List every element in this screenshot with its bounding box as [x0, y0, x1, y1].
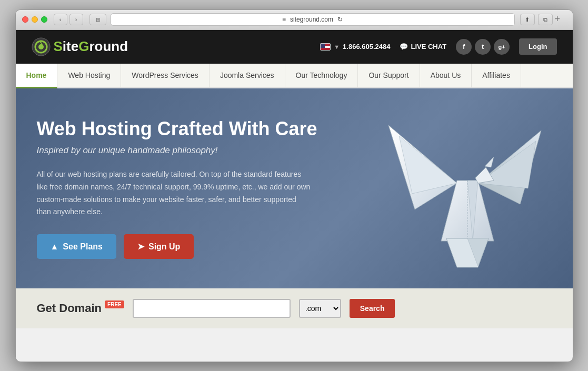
live-chat-button[interactable]: 💬 LIVE CHAT: [400, 43, 446, 51]
back-button[interactable]: ‹: [54, 14, 67, 25]
site-content: SiteGround ▼ 1.866.605.2484 💬 LIVE CHAT …: [16, 30, 573, 362]
hero-buttons: ▲ See Plans ➤ Sign Up: [37, 234, 342, 259]
nav-item-web-hosting[interactable]: Web Hosting: [57, 64, 121, 87]
hero-content: Web Hosting Crafted With Care Inspired b…: [37, 117, 342, 259]
browser-nav: ‹ ›: [54, 14, 83, 25]
browser-window: ‹ › ⊞ ≡ siteground.com ↻ ⬆ ⧉ +: [15, 9, 573, 362]
plans-icon: ▲: [51, 242, 59, 252]
nav-item-home[interactable]: Home: [16, 64, 58, 88]
logo[interactable]: SiteGround: [32, 37, 128, 56]
twitter-button[interactable]: t: [475, 39, 491, 55]
hero-section: Web Hosting Crafted With Care Inspired b…: [16, 88, 573, 288]
dropdown-arrow[interactable]: ▼: [334, 44, 340, 50]
share-button[interactable]: ⬆: [520, 14, 535, 25]
hero-image: [373, 99, 552, 278]
site-nav: Home Web Hosting WordPress Services Joom…: [16, 64, 573, 88]
flag-phone: ▼ 1.866.605.2484: [320, 43, 390, 51]
svg-marker-12: [485, 157, 494, 167]
domain-search-button[interactable]: Search: [350, 299, 395, 318]
header-right: ▼ 1.866.605.2484 💬 LIVE CHAT f t g+ Logi…: [320, 38, 556, 55]
browser-actions: ⬆ ⧉: [520, 14, 553, 25]
forward-button[interactable]: ›: [69, 14, 83, 25]
domain-section: Get Domain FREE .com .net .org Search: [16, 288, 573, 328]
hero-description: All of our web hosting plans are careful…: [37, 168, 311, 218]
nav-item-wordpress[interactable]: WordPress Services: [121, 64, 210, 87]
domain-label-text: Get Domain: [37, 302, 102, 315]
dot-green[interactable]: [41, 16, 47, 23]
tab-button[interactable]: ⧉: [538, 14, 553, 25]
dot-yellow[interactable]: [32, 16, 38, 23]
reload-icon[interactable]: ↻: [337, 16, 343, 23]
nav-item-technology[interactable]: Our Technology: [285, 64, 358, 87]
browser-dots: [22, 16, 47, 23]
flag-icon: [320, 43, 331, 51]
signup-icon: ➤: [137, 242, 144, 252]
facebook-button[interactable]: f: [456, 39, 472, 55]
domain-input[interactable]: [133, 299, 291, 318]
sign-up-button[interactable]: ➤ Sign Up: [124, 234, 194, 259]
nav-item-support[interactable]: Our Support: [358, 64, 420, 87]
dot-red[interactable]: [22, 16, 28, 23]
see-plans-button[interactable]: ▲ See Plans: [37, 234, 116, 259]
logo-text: SiteGround: [54, 38, 128, 55]
chat-icon: 💬: [400, 43, 408, 51]
phone-number: 1.866.605.2484: [343, 43, 390, 51]
domain-extension-select[interactable]: .com .net .org: [299, 299, 341, 318]
url-text: siteground.com: [290, 16, 333, 23]
live-chat-label: LIVE CHAT: [411, 43, 446, 51]
hero-heading: Web Hosting Crafted With Care: [37, 117, 342, 140]
login-button[interactable]: Login: [519, 38, 556, 55]
social-icons: f t g+: [456, 39, 510, 55]
logo-icon: [32, 37, 51, 56]
nav-item-affiliates[interactable]: Affiliates: [472, 64, 521, 87]
nav-item-joomla[interactable]: Joomla Services: [210, 64, 285, 87]
see-plans-label: See Plans: [63, 242, 103, 252]
free-badge: FREE: [105, 300, 124, 308]
domain-label: Get Domain FREE: [37, 302, 124, 315]
hamburger-icon: ≡: [282, 16, 286, 23]
site-header: SiteGround ▼ 1.866.605.2484 💬 LIVE CHAT …: [16, 30, 573, 64]
address-bar[interactable]: ≡ siteground.com ↻: [111, 13, 515, 26]
googleplus-button[interactable]: g+: [494, 39, 510, 55]
view-button[interactable]: ⊞: [89, 14, 106, 25]
sign-up-label: Sign Up: [148, 242, 180, 252]
nav-item-about[interactable]: About Us: [420, 64, 472, 87]
origami-bird-icon: [373, 99, 552, 278]
new-tab-button[interactable]: +: [555, 14, 566, 25]
browser-titlebar: ‹ › ⊞ ≡ siteground.com ↻ ⬆ ⧉ +: [16, 10, 573, 30]
hero-subtitle: Inspired by our unique handmade philosop…: [37, 145, 342, 156]
